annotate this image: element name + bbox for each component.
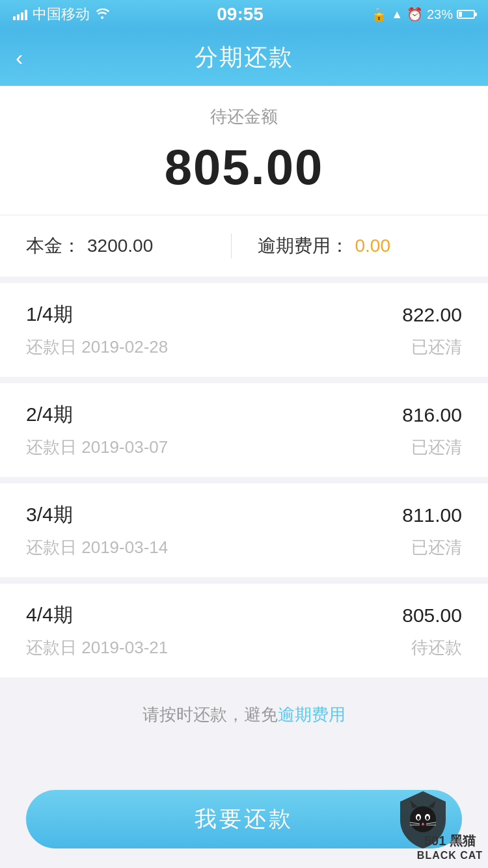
notice-text: 请按时还款，避免	[142, 705, 278, 724]
date-4: 还款日 2019-03-21	[26, 636, 168, 659]
installment-row-2: 2/4期 816.00	[26, 401, 462, 428]
nav-bar: ‹ 分期还款	[0, 29, 488, 86]
installment-item: 2/4期 816.00 还款日 2019-03-07 已还清	[0, 383, 488, 483]
notice-highlight: 逾期费用	[278, 705, 346, 724]
status-4: 待还款	[411, 636, 462, 659]
amount-2: 816.00	[402, 404, 462, 426]
lock-icon: 🔒	[371, 7, 387, 22]
installment-row-1: 1/4期 822.00	[26, 301, 462, 328]
installment-item: 3/4期 811.00 还款日 2019-03-14 已还清	[0, 483, 488, 584]
amount-label: 待还金额	[26, 105, 462, 128]
principal-row: 本金： 3200.00 逾期费用： 0.00	[0, 215, 488, 283]
period-4: 4/4期	[26, 602, 73, 629]
svg-point-0	[410, 806, 436, 832]
battery-percent: 23%	[427, 7, 453, 22]
watermark-brand: BLACK CAT	[417, 850, 483, 861]
installment-row-3: 3/4期 811.00	[26, 502, 462, 528]
overdue-label: 逾期费用：	[258, 234, 349, 258]
amount-value: 805.00	[26, 139, 462, 195]
amount-3: 811.00	[402, 504, 462, 526]
time-display: 09:55	[217, 4, 264, 25]
page-title: 分期还款	[195, 42, 293, 74]
installment-item: 1/4期 822.00 还款日 2019-02-28 已还清	[0, 283, 488, 383]
wifi-icon	[95, 6, 109, 23]
back-button[interactable]: ‹	[16, 45, 23, 70]
battery-icon	[457, 10, 475, 19]
date-row-4: 还款日 2019-03-21 待还款	[26, 636, 462, 659]
carrier-label: 中国移动	[33, 5, 90, 24]
date-2: 还款日 2019-03-07	[26, 436, 168, 459]
status-bar: 中国移动 09:55 🔒 ▲ ⏰ 23%	[0, 0, 488, 29]
overdue-value: 0.00	[355, 236, 391, 256]
installment-item: 4/4期 805.00 还款日 2019-03-21 待还款	[0, 584, 488, 684]
alarm-icon: ⏰	[407, 7, 423, 22]
installment-row-4: 4/4期 805.00	[26, 602, 462, 629]
main-content: 待还金额 805.00 本金： 3200.00 逾期费用： 0.00 1/4期 …	[0, 86, 488, 746]
status-3: 已还清	[411, 536, 462, 559]
location-icon: ▲	[391, 8, 403, 21]
date-row-3: 还款日 2019-03-14 已还清	[26, 536, 462, 559]
date-row-1: 还款日 2019-02-28 已还清	[26, 336, 462, 359]
period-3: 3/4期	[26, 502, 73, 528]
overdue-item: 逾期费用： 0.00	[232, 234, 463, 258]
date-1: 还款日 2019-02-28	[26, 336, 168, 359]
status-2: 已还清	[411, 436, 462, 459]
svg-point-5	[417, 816, 420, 820]
date-3: 还款日 2019-03-14	[26, 536, 168, 559]
status-right: 🔒 ▲ ⏰ 23%	[371, 7, 475, 22]
amount-section: 待还金额 805.00	[0, 86, 488, 215]
watermark: 501 黑猫 BLACK CAT	[358, 783, 488, 868]
principal-value: 3200.00	[87, 236, 153, 256]
status-1: 已还清	[411, 336, 462, 359]
signal-icon	[13, 8, 27, 20]
watermark-number: 501 黑猫	[417, 832, 483, 850]
date-row-2: 还款日 2019-03-07 已还清	[26, 436, 462, 459]
period-1: 1/4期	[26, 301, 73, 328]
amount-1: 822.00	[402, 304, 462, 326]
watermark-text: 501 黑猫 BLACK CAT	[417, 832, 483, 861]
status-left: 中国移动	[13, 5, 109, 24]
svg-point-6	[426, 816, 429, 820]
notice-area: 请按时还款，避免逾期费用	[0, 684, 488, 746]
period-2: 2/4期	[26, 401, 73, 428]
installment-list: 1/4期 822.00 还款日 2019-02-28 已还清 2/4期 816.…	[0, 283, 488, 684]
principal-item: 本金： 3200.00	[26, 234, 232, 258]
principal-label: 本金：	[26, 234, 81, 258]
amount-4: 805.00	[402, 604, 462, 627]
